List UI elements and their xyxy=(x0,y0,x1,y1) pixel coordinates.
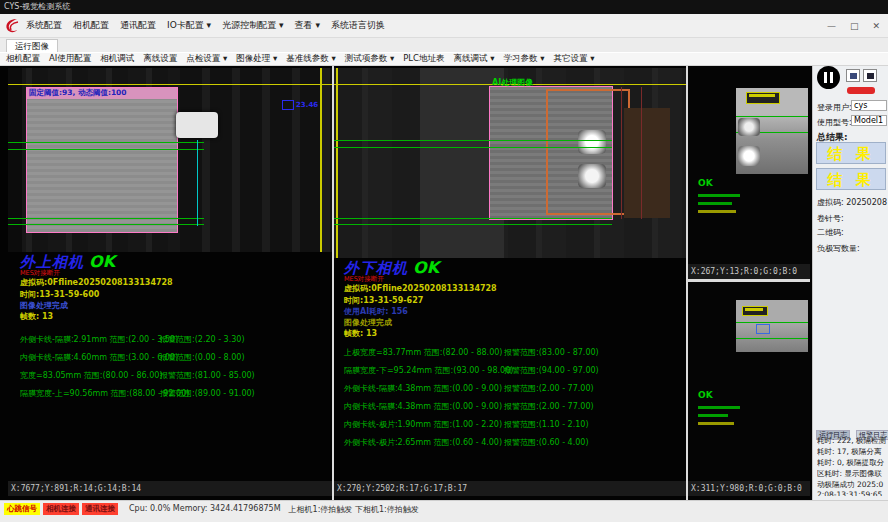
center-process-status: 图像处理完成 xyxy=(344,317,392,328)
tool-other-settings[interactable]: 其它设置 ▾ xyxy=(553,53,594,65)
status-bar: 心跳信号 相机连接 通讯连接 Cpu: 0.0% Memory: 3424.41… xyxy=(0,500,888,522)
bright-blob xyxy=(578,164,606,188)
yellow-guide-vline xyxy=(320,68,322,252)
green-measure-line xyxy=(736,338,808,339)
alarm-range: 报警范围:(89.00 - 91.00) xyxy=(160,388,255,399)
thumb-text-line xyxy=(698,414,728,417)
tool-offline-debug[interactable]: 离线调试 ▾ xyxy=(454,53,495,65)
green-measure-line xyxy=(736,322,808,323)
right-sidebar: 登录用户: 使用型号: 总结果: 结 果 结 果 虚拟码: 20250208 卷… xyxy=(812,66,888,500)
record-button[interactable] xyxy=(863,69,877,82)
maximize-icon[interactable]: □ xyxy=(850,21,859,31)
tool-camera-debug[interactable]: 相机调试 xyxy=(100,53,134,65)
minimize-icon[interactable]: — xyxy=(827,21,836,31)
center-camera-panel: AI处理图像 外下相机 OK MES对接断开 虚拟码:0Ffline202502… xyxy=(334,66,686,500)
pause-icon xyxy=(830,72,833,83)
heartbeat-badge: 心跳信号 xyxy=(4,503,40,515)
cyan-measure-vline xyxy=(197,140,198,226)
center-barcode: 虚拟码:0Ffline20250208133134728 xyxy=(344,283,497,294)
thumb-annotation xyxy=(745,308,763,311)
cpu-memory-status: Cpu: 0.0% Memory: 3424.41796875M xyxy=(129,504,281,513)
vcode-value: 20250208 xyxy=(846,198,887,207)
menu-light-config[interactable]: 光源控制配置 ▾ xyxy=(222,19,283,32)
tool-ai-config[interactable]: AI使用配置 xyxy=(49,53,91,65)
green-measure-line xyxy=(8,142,204,143)
close-icon[interactable]: ✕ xyxy=(872,21,880,31)
tool-learning-params[interactable]: 学习参数 ▾ xyxy=(503,53,544,65)
thumb-annotation-box xyxy=(756,324,770,334)
left-camera-panel: 固定阈值:93, 动态阈值:100 23.46 外上相机 OK MES对接断开 … xyxy=(8,66,332,500)
red-guide-vline xyxy=(621,87,622,219)
menu-camera-config[interactable]: 相机配置 xyxy=(73,19,109,32)
workspace: 固定阈值:93, 动态阈值:100 23.46 外上相机 OK MES对接断开 … xyxy=(0,66,812,500)
needle-label: 卷针号: xyxy=(817,213,844,224)
green-measure-line xyxy=(736,116,808,117)
alarm-range: 报警范围:(94.00 - 97.00) xyxy=(504,365,599,376)
green-measure-line xyxy=(8,218,204,219)
app-logo-icon xyxy=(4,17,20,39)
menu-comm-config[interactable]: 通讯配置 xyxy=(120,19,156,32)
menu-io-config[interactable]: IO卡配置 ▾ xyxy=(167,19,211,32)
thumb-image-2 xyxy=(736,300,808,352)
menu-language-switch[interactable]: 系统语言切换 xyxy=(331,19,385,32)
thumb-text-line xyxy=(698,202,732,205)
tool-plc-table[interactable]: PLC地址表 xyxy=(403,53,444,65)
alarm-range: 报警范围:(81.00 - 85.00) xyxy=(160,370,255,381)
login-user-label: 登录用户: xyxy=(817,102,852,113)
login-user-input[interactable] xyxy=(851,100,887,111)
connector-blob xyxy=(176,112,218,138)
thumb-panel-2[interactable]: OK xyxy=(688,282,810,481)
threshold-overlay-label: 固定阈值:93, 动态阈值:100 xyxy=(29,88,127,98)
machine-body xyxy=(624,108,670,218)
title-bar: CYS-视觉检测系统 xyxy=(0,0,888,14)
alarm-range: 报警范围:(0.00 - 8.00) xyxy=(160,352,245,363)
thumb-text-line xyxy=(698,422,734,425)
pause-button[interactable] xyxy=(817,66,840,89)
thumb-annotation xyxy=(749,94,775,97)
ai-image-label: AI处理图像 xyxy=(492,77,533,88)
product-region-box xyxy=(26,87,178,233)
green-measure-line xyxy=(334,147,612,148)
yellow-guide-hline xyxy=(8,84,332,85)
green-measure-line xyxy=(334,218,612,219)
green-measure-line xyxy=(8,149,204,150)
left-pixel-coords: X:7677;Y:891;R:14;G:14;B:14 xyxy=(8,481,332,496)
measurement-row: 内侧卡线-隔膜:4.60mm 范围:(3.00 - 6.00) xyxy=(20,352,178,363)
log-output[interactable]: 耗时: 222, 极隔检测耗时: 17, 极隔分离耗时: 0, 极隔提取分区耗时… xyxy=(817,436,886,496)
tool-image-process[interactable]: 图像处理 ▾ xyxy=(236,53,277,65)
vcode-label: 虚拟码: xyxy=(817,198,844,207)
menu-system-config[interactable]: 系统配置 xyxy=(26,19,62,32)
green-measure-line xyxy=(8,224,204,225)
menu-bar: 系统配置 相机配置 通讯配置 IO卡配置 ▾ 光源控制配置 ▾ 查看 ▾ 系统语… xyxy=(0,14,888,38)
thumb1-pixel-coords: X:267;Y:13;R:0;G:0;B:0 xyxy=(688,264,810,279)
center-camera-image[interactable]: AI处理图像 xyxy=(334,68,686,258)
measurement-row: 内侧卡线-极片:1.90mm 范围:(1.00 - 2.20) xyxy=(344,419,502,430)
tab-strip: 运行图像 xyxy=(0,38,888,52)
tool-test-params[interactable]: 测试项参数 ▾ xyxy=(345,53,394,65)
left-camera-image[interactable]: 固定阈值:93, 动态阈值:100 23.46 xyxy=(8,68,332,252)
green-measure-line xyxy=(334,140,612,141)
thumb-panel-1[interactable]: OK xyxy=(688,66,810,264)
tool-spot-check[interactable]: 点检设置 ▾ xyxy=(186,53,227,65)
tool-offline-settings[interactable]: 离线设置 xyxy=(143,53,177,65)
result-box-1: 结 果 xyxy=(816,142,886,164)
red-guide-vline xyxy=(641,87,642,219)
tool-camera-config[interactable]: 相机配置 xyxy=(6,53,40,65)
alarm-range: 报警范围:(1.10 - 2.10) xyxy=(504,419,589,430)
thumb-ok-status: OK xyxy=(698,390,713,400)
result-box-2: 结 果 xyxy=(816,168,886,190)
alarm-range: 报警范围:(2.00 - 77.00) xyxy=(504,401,594,412)
photo-icon xyxy=(850,73,857,79)
center-pixel-coords: X:270;Y:2502;R:17;G:17;B:17 xyxy=(334,481,686,496)
capture-button[interactable] xyxy=(846,69,860,82)
tool-baseline-params[interactable]: 基准线参数 ▾ xyxy=(286,53,335,65)
center-frame-count: 帧数: 13 xyxy=(344,328,377,339)
thumb-image-1 xyxy=(736,88,808,174)
left-ok-status: OK xyxy=(89,252,115,271)
measurement-row: 外侧卡线-隔膜:4.38mm 范围:(0.00 - 9.00) xyxy=(344,383,502,394)
green-measure-line xyxy=(334,224,612,225)
menu-view[interactable]: 查看 ▾ xyxy=(295,19,320,32)
alarm-range: 报警范围:(2.20 - 3.30) xyxy=(160,334,245,345)
comm-connect-badge: 通讯连接 xyxy=(82,503,118,515)
model-input[interactable] xyxy=(851,115,887,126)
